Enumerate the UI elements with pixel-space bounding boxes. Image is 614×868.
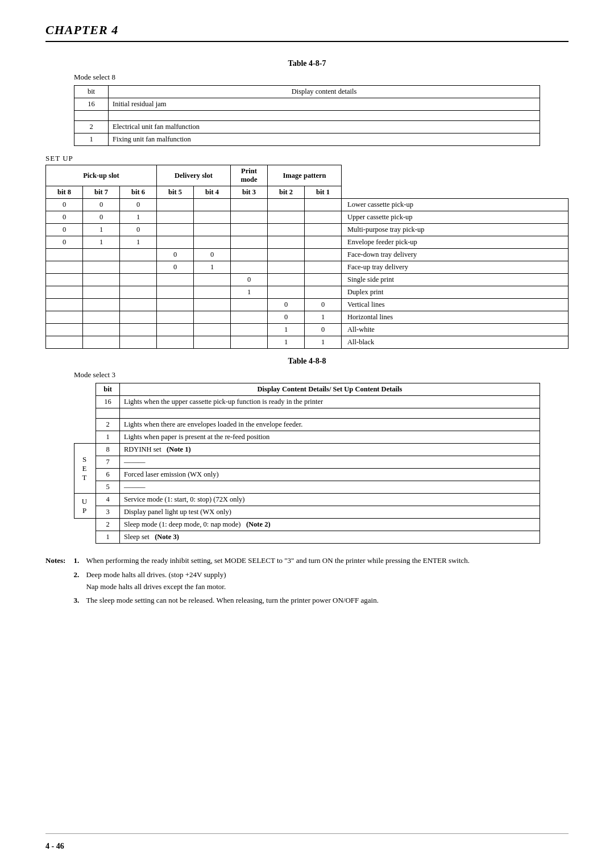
table-488-section: Table 4-8-8 Mode select 3 bit Display Co… — [74, 357, 540, 544]
bit5-header: bit 5 — [157, 186, 194, 199]
note-3-num: 3. — [73, 595, 81, 607]
pickup-slot-header: Pick-up slot — [46, 165, 157, 186]
table-row: 11 All-black — [46, 336, 569, 349]
bit7-header: bit 7 — [83, 186, 120, 199]
header-bit: bit — [74, 86, 109, 98]
bit-1: 1 — [74, 133, 109, 146]
table-row — [74, 408, 540, 419]
note-1-num: 1. — [73, 555, 81, 567]
table-row: 0 Single side print — [46, 274, 569, 286]
up-label-cell: UP — [74, 494, 96, 519]
table-487-section: Table 4-8-7 Mode select 8 bit Display co… — [74, 59, 540, 146]
bit-16: 16 — [74, 98, 109, 111]
note-2-num: 2. — [73, 569, 81, 593]
table-row: 1 Duplex print — [46, 286, 569, 299]
table-row: 000 Lower cassette pick-up — [46, 199, 569, 211]
set-label-cell: SET — [74, 444, 96, 494]
note-2-text: Deep mode halts all drives. (stop +24V s… — [86, 569, 226, 593]
note-1: 1. When performing the ready inhibit set… — [73, 555, 470, 567]
chapter-header: CHAPTER 4 — [45, 23, 569, 42]
bit6-header: bit 6 — [120, 186, 157, 199]
chapter-number: 4 — [111, 23, 118, 37]
bit8-header: bit 8 — [46, 186, 83, 199]
note-2: 2. Deep mode halts all drives. (stop +24… — [73, 569, 470, 593]
table-row: 011 Envelope feeder pick-up — [46, 236, 569, 249]
table-row: 2 Electrical unit fan malfunction — [74, 121, 540, 133]
table-488: bit Display Content Details/ Set Up Cont… — [74, 383, 540, 544]
bit-col-header: bit — [96, 383, 120, 396]
table-487: bit Display content details 16 Initial r… — [74, 85, 540, 146]
table-row: 5 ——— — [74, 481, 540, 494]
table-row: SET 8 RDYINH set (Note 1) — [74, 444, 540, 456]
table-row: 3 Display panel light up test (WX only) — [74, 506, 540, 519]
notes-label: Notes: — [45, 555, 65, 567]
table-row: 1 Fixing unit fan malfunction — [74, 133, 540, 146]
table-row: 00 Face-down tray delivery — [46, 249, 569, 261]
desc-col-header: Display Content Details/ Set Up Content … — [120, 383, 540, 396]
table-488-header: bit Display Content Details/ Set Up Cont… — [74, 383, 540, 396]
notes-list: 1. When performing the ready inhibit set… — [73, 555, 470, 609]
table-488-title: Table 4-8-8 — [74, 357, 540, 366]
table-487-title: Table 4-8-7 — [74, 59, 540, 68]
table-row: 2 Sleep mode (1: deep mode, 0: nap mode)… — [74, 519, 540, 531]
table-row: 1 Lights when paper is present at the re… — [74, 431, 540, 444]
note-1-text: When performing the ready inhibit settin… — [86, 555, 470, 567]
chapter-word: CHAPTER — [45, 23, 108, 37]
print-mode-header: Printmode — [231, 165, 268, 186]
chapter-title: CHAPTER 4 — [45, 23, 118, 37]
note-3: 3. The sleep mode setting can not be rel… — [73, 595, 470, 607]
table-488-mode-label: Mode select 3 — [74, 370, 540, 379]
note-3-text: The sleep mode setting can not be releas… — [86, 595, 379, 607]
image-pattern-header: Image pattern — [268, 165, 342, 186]
bit3-header: bit 3 — [231, 186, 268, 199]
table-row: 010 Multi-purpose tray pick-up — [46, 224, 569, 236]
setup-label: SET UP — [45, 154, 569, 163]
delivery-slot-header: Delivery slot — [157, 165, 231, 186]
table-row: 2 Lights when there are envelopes loaded… — [74, 419, 540, 431]
desc-fixing-fan: Fixing unit fan malfunction — [109, 133, 540, 146]
header-display: Display content details — [109, 86, 540, 98]
page-number: 4 - 46 — [45, 842, 64, 850]
table-row: 16 Initial residual jam — [74, 98, 540, 111]
table-row: 10 All-white — [46, 324, 569, 336]
page: CHAPTER 4 Table 4-8-7 Mode select 8 bit … — [0, 0, 614, 868]
desc-initial-jam: Initial residual jam — [109, 98, 540, 111]
desc-elec-fan: Electrical unit fan malfunction — [109, 121, 540, 133]
table-487-mode-label: Mode select 8 — [74, 73, 540, 82]
setup-table: Pick-up slot Delivery slot Printmode Ima… — [45, 165, 569, 349]
table-row: 16 Lights when the upper cassette pick-u… — [74, 396, 540, 408]
table-row: 1 Sleep set (Note 3) — [74, 531, 540, 544]
setup-header-row2: bit 8 bit 7 bit 6 bit 5 bit 4 bit 3 bit … — [46, 186, 569, 199]
setup-header-row1: Pick-up slot Delivery slot Printmode Ima… — [46, 165, 569, 186]
bit-2: 2 — [74, 121, 109, 133]
table-row: 7 ——— — [74, 456, 540, 469]
table-row: 00 Vertical lines — [46, 299, 569, 311]
setup-section: SET UP Pick-up slot Delivery slot Printm… — [45, 154, 569, 349]
table-row: 01 Horizontal lines — [46, 311, 569, 324]
bit4-header: bit 4 — [194, 186, 231, 199]
table-row: 001 Upper cassette pick-up — [46, 211, 569, 224]
notes-section: Notes: 1. When performing the ready inhi… — [45, 555, 569, 609]
table-row: UP 4 Service mode (1: start, 0: stop) (7… — [74, 494, 540, 506]
bit1-header: bit 1 — [305, 186, 342, 199]
page-footer: 4 - 46 — [45, 842, 64, 851]
table-row: 6 Forced laser emission (WX only) — [74, 469, 540, 481]
table-row: 01 Face-up tray delivery — [46, 261, 569, 274]
footer-divider — [45, 833, 569, 834]
table-row — [74, 111, 540, 121]
bit2-header: bit 2 — [268, 186, 305, 199]
table-row: bit Display content details — [74, 86, 540, 98]
